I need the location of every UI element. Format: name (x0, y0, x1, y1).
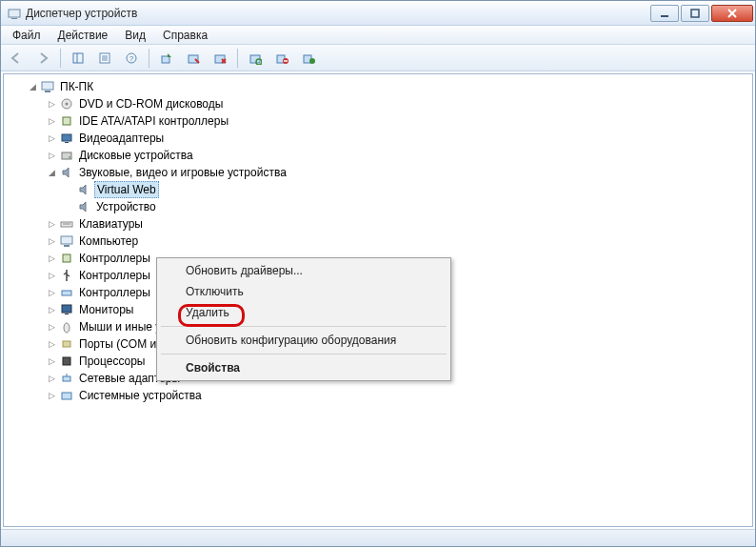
svg-rect-45 (63, 357, 70, 365)
category-label: DVD и CD-ROM дисководы (77, 96, 225, 111)
svg-rect-44 (63, 341, 70, 347)
collapse-icon[interactable]: ◢ (46, 167, 57, 178)
menu-action[interactable]: Действие (50, 27, 116, 44)
svg-point-34 (69, 156, 70, 158)
tree-device[interactable]: Устройство (59, 198, 752, 215)
update-driver-button[interactable] (155, 48, 178, 69)
ctx-properties[interactable]: Свойства (159, 357, 448, 378)
separator-icon (161, 326, 447, 327)
show-hide-console-button[interactable] (67, 48, 90, 69)
pc-icon (59, 233, 74, 249)
tree-category[interactable]: ▷DVD и CD-ROM дисководы (42, 95, 752, 112)
app-icon (7, 6, 22, 21)
net-icon (59, 371, 74, 386)
tree-category[interactable]: ▷Клавиатуры (42, 215, 752, 233)
ctx-delete[interactable]: Удалить (159, 302, 448, 323)
category-label: Системные устройства (77, 388, 204, 403)
device-label: Virtual Web (94, 181, 159, 198)
expand-icon[interactable]: ▷ (46, 218, 57, 230)
menu-help[interactable]: Справка (155, 27, 215, 44)
expand-icon[interactable]: ▷ (46, 373, 57, 384)
disable-button[interactable] (182, 48, 205, 69)
svg-rect-1 (11, 18, 17, 19)
svg-rect-46 (63, 376, 70, 381)
ctx-update-drivers[interactable]: Обновить драйверы... (159, 260, 448, 281)
minimize-button[interactable] (650, 5, 679, 22)
device-label: Устройство (94, 199, 158, 214)
expand-icon[interactable]: ▷ (46, 253, 57, 264)
sound-icon (59, 165, 74, 180)
close-button[interactable] (711, 5, 753, 22)
sound-icon (76, 182, 91, 197)
tree-category[interactable]: ▷Дисковые устройства (42, 147, 752, 164)
tree-category[interactable]: ▷IDE ATA/ATAPI контроллеры (42, 112, 752, 130)
expand-icon[interactable]: ▷ (46, 98, 57, 110)
menu-view[interactable]: Вид (117, 27, 153, 44)
chip-icon (59, 113, 74, 129)
device-manager-window: Диспетчер устройств Файл Действие Вид Сп… (0, 0, 756, 547)
expand-icon[interactable]: ▷ (46, 287, 57, 298)
expand-icon[interactable]: ▷ (46, 390, 57, 401)
expand-icon[interactable]: ▷ (46, 321, 57, 333)
sys-icon (59, 388, 74, 403)
keyboard-icon (59, 216, 74, 232)
help-button[interactable]: ? (120, 48, 143, 69)
svg-rect-3 (691, 10, 699, 17)
tree-category[interactable]: ▷Видеоадаптеры (42, 130, 752, 147)
expand-icon[interactable]: ▷ (46, 150, 57, 161)
tree-root[interactable]: ◢ ПК-ПК (23, 78, 752, 95)
category-label: Компьютер (77, 233, 140, 249)
ctx-refresh-hardware[interactable]: Обновить конфигурацию оборудования (159, 330, 448, 351)
back-button[interactable] (5, 48, 28, 69)
svg-rect-33 (62, 152, 71, 159)
hdd-icon (59, 148, 74, 163)
device-tree[interactable]: ◢ ПК-ПК ▷DVD и CD-ROM дисководы▷IDE ATA/… (3, 73, 753, 527)
uninstall2-button[interactable] (270, 48, 293, 69)
forward-button[interactable] (31, 48, 54, 69)
category-label: Мониторы (77, 302, 135, 317)
separator-icon (161, 354, 447, 355)
uninstall-button[interactable] (209, 48, 231, 69)
mouse-icon (59, 319, 74, 334)
tree-category[interactable]: ▷Системные устройства (42, 387, 752, 404)
expand-icon[interactable]: ▷ (46, 235, 57, 247)
svg-point-29 (66, 103, 69, 106)
expand-icon[interactable]: ▷ (46, 132, 57, 144)
properties-button[interactable] (93, 48, 116, 69)
cpu-icon (59, 354, 74, 369)
svg-text:?: ? (129, 54, 134, 63)
category-label: Звуковые, видео и игровые устройства (77, 165, 288, 180)
expand-icon[interactable]: ▷ (46, 115, 57, 127)
tree-category[interactable]: ◢Звуковые, видео и игровые устройства (42, 164, 752, 181)
expand-icon[interactable]: ▷ (46, 270, 57, 281)
ctx-disable[interactable]: Отключить (159, 281, 448, 302)
svg-rect-41 (62, 305, 71, 313)
context-menu: Обновить драйверы... Отключить Удалить О… (156, 257, 451, 381)
pc-icon (40, 79, 55, 94)
display-icon (59, 131, 74, 146)
tree-device[interactable]: Virtual Web (59, 181, 752, 198)
category-label: IDE ATA/ATAPI контроллеры (77, 113, 230, 129)
tree-category[interactable]: ▷Компьютер (42, 233, 752, 250)
scan-button[interactable] (244, 48, 267, 69)
menu-file[interactable]: Файл (5, 27, 49, 44)
expand-icon[interactable]: ▷ (46, 355, 57, 367)
properties2-button[interactable] (297, 48, 320, 69)
sound-icon (76, 199, 91, 214)
expand-icon[interactable]: ▷ (46, 304, 57, 315)
svg-point-43 (64, 323, 70, 333)
collapse-icon[interactable]: ◢ (27, 81, 38, 92)
category-label: Контроллеры (77, 268, 152, 283)
svg-rect-38 (64, 245, 70, 247)
maximize-button[interactable] (681, 5, 709, 22)
expand-icon[interactable]: ▷ (46, 338, 57, 350)
category-label: Клавиатуры (77, 216, 145, 232)
category-label: Дисковые устройства (77, 148, 195, 163)
titlebar[interactable]: Диспетчер устройств (1, 1, 755, 26)
svg-rect-39 (63, 254, 70, 262)
svg-rect-48 (62, 393, 71, 399)
svg-rect-40 (62, 291, 71, 295)
separator-icon (237, 49, 238, 68)
svg-rect-31 (62, 134, 71, 141)
chip-icon (59, 251, 74, 266)
